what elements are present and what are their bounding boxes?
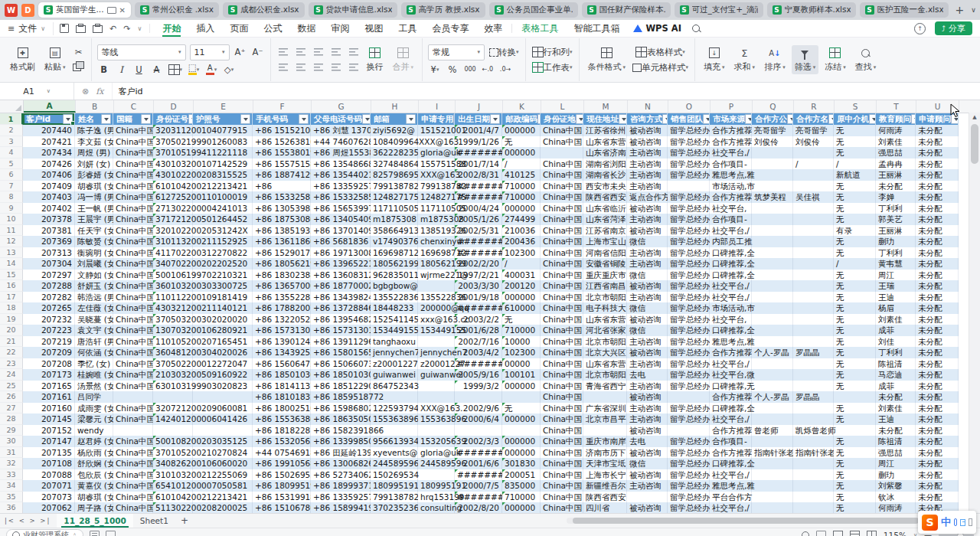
- row-header-25[interactable]: 25: [0, 381, 23, 392]
- conditional-format-button[interactable]: 条件格式▾: [585, 45, 629, 74]
- cell[interactable]: [193, 302, 253, 314]
- cell[interactable]: +86 17882007: [253, 302, 311, 314]
- cell[interactable]: guiwanwei: [418, 369, 455, 381]
- cell[interactable]: 舒妍玉 (女: [75, 280, 113, 292]
- cell[interactable]: 蒯玏: [876, 236, 916, 247]
- cell[interactable]: China中国: [113, 191, 153, 203]
- cell[interactable]: 山东省菏泽: [583, 214, 627, 225]
- row-header-8[interactable]: 8: [0, 191, 23, 203]
- cell[interactable]: 被动咨询: [627, 469, 668, 481]
- cell[interactable]: +86 18101832: [253, 391, 311, 403]
- filter-dropdown-button[interactable]: [299, 114, 309, 124]
- cell[interactable]: 244589596: [418, 458, 455, 469]
- cell[interactable]: +86 1598680231: [311, 403, 371, 414]
- cell[interactable]: [752, 203, 793, 214]
- cell[interactable]: [793, 302, 834, 314]
- cell[interactable]: 吴晓蔓 (女: [75, 314, 113, 325]
- cell[interactable]: [193, 469, 253, 481]
- menu-item-工具[interactable]: 工具: [390, 20, 424, 37]
- cell[interactable]: #########: [455, 358, 502, 370]
- cell[interactable]: 被动咨询: [627, 391, 668, 403]
- cell[interactable]: 陈子逸 (男: [75, 125, 113, 136]
- cell[interactable]: 江苏省徐州: [583, 125, 627, 136]
- decrease-font-button[interactable]: A⁻: [251, 46, 265, 58]
- filter-dropdown-button[interactable]: [619, 114, 627, 124]
- file-menu[interactable]: ≡ 文件 ∨: [8, 22, 54, 35]
- cell[interactable]: /: [793, 159, 834, 170]
- cell[interactable]: 主动咨询: [627, 480, 668, 492]
- document-tab[interactable]: S医护五险一金.xlsx: [860, 2, 949, 18]
- cell[interactable]: 新疆维吾尔: [583, 480, 627, 492]
- cell[interactable]: 未分配: [916, 214, 959, 225]
- cell[interactable]: 雅思考点,雅: [710, 480, 752, 492]
- align-left-icon[interactable]: [276, 61, 290, 74]
- cell[interactable]: 无: [834, 369, 876, 381]
- cell[interactable]: 155363896: [371, 413, 418, 425]
- cell[interactable]: 430103200107142529: [153, 159, 193, 170]
- cell[interactable]: 244589596: [371, 458, 418, 469]
- cell[interactable]: 610104200212213421: [153, 181, 193, 192]
- cell[interactable]: 200436: [502, 236, 541, 247]
- document-tab[interactable]: S宁夏教师样本.xlsx: [767, 2, 856, 18]
- document-tab[interactable]: S英国留学生...✕: [38, 2, 131, 18]
- cell[interactable]: +86 刘慧 137052: [311, 125, 371, 136]
- cell[interactable]: 筑梦美程: [752, 191, 793, 203]
- cell[interactable]: [193, 325, 253, 336]
- cell[interactable]: 主动咨询: [627, 214, 668, 225]
- cell[interactable]: jennychen7: [371, 347, 418, 358]
- document-tab[interactable]: S国任财产保险样本.x: [582, 2, 671, 18]
- field-header-申请专用[interactable]: 申请专用: [418, 113, 455, 125]
- column-header-J[interactable]: J: [456, 100, 503, 113]
- cell[interactable]: 180995191: [418, 480, 455, 492]
- cell[interactable]: 罗晶晶: [793, 347, 834, 358]
- cell[interactable]: 内部员工推: [710, 236, 752, 247]
- cell[interactable]: +86 周煜155380: [311, 147, 371, 159]
- cell[interactable]: 主动咨询: [627, 169, 668, 181]
- cell[interactable]: 胡睿琪 (女: [75, 181, 113, 192]
- field-header-邮箱[interactable]: 邮箱: [371, 113, 418, 125]
- cell[interactable]: China中国: [113, 403, 153, 414]
- cell[interactable]: 153205639: [418, 436, 455, 447]
- cell[interactable]: 王迪: [876, 413, 916, 425]
- row-header-31[interactable]: 31: [0, 447, 23, 459]
- cell[interactable]: 重庆重庆市: [583, 270, 627, 281]
- zoom-chevron-icon[interactable]: ∨: [913, 532, 917, 536]
- cell[interactable]: 155363896: [418, 413, 455, 425]
- column-header-G[interactable]: G: [312, 100, 371, 113]
- cell[interactable]: China中国: [113, 381, 153, 392]
- cell[interactable]: [834, 425, 876, 436]
- cell[interactable]: xxx@163.cc: [418, 314, 455, 325]
- cell[interactable]: 310103200212255069: [153, 469, 193, 481]
- cell[interactable]: [752, 159, 793, 170]
- quick-access-chevron-icon[interactable]: ∨: [138, 25, 142, 32]
- cell[interactable]: 成菲: [876, 381, 916, 392]
- cell[interactable]: 留学总经办: [668, 159, 710, 170]
- cell[interactable]: 2002/9/6: [455, 403, 502, 414]
- cell[interactable]: 无: [834, 191, 876, 203]
- cell[interactable]: China中国: [113, 436, 153, 447]
- cell[interactable]: 207402: [23, 203, 75, 214]
- cell[interactable]: 留学总经办: [668, 325, 710, 336]
- cell[interactable]: [793, 502, 834, 513]
- cell[interactable]: 152541145: [371, 314, 418, 325]
- cell[interactable]: 丁利利: [876, 247, 916, 259]
- page-layout-icon[interactable]: [850, 531, 860, 536]
- name-box[interactable]: A1 ∨: [0, 83, 74, 100]
- cell[interactable]: #########: [455, 191, 502, 203]
- cell[interactable]: [752, 502, 793, 513]
- font-size-select[interactable]: 11▾: [190, 44, 230, 60]
- cell[interactable]: +86 18056219: [253, 258, 311, 270]
- cell[interactable]: 2001/4/7: [455, 125, 502, 136]
- share-button[interactable]: ⤴ 分享: [935, 21, 972, 35]
- docer-logo[interactable]: D: [21, 4, 34, 17]
- cell[interactable]: 口碑推荐,全: [710, 403, 752, 414]
- cell[interactable]: 合作方推荐: [710, 347, 752, 358]
- cell[interactable]: 刘素佳: [876, 403, 916, 414]
- row-header-12[interactable]: 12: [0, 236, 23, 247]
- cell[interactable]: 北京市朝阳: [583, 369, 627, 381]
- cell[interactable]: 周江: [876, 270, 916, 281]
- cell[interactable]: 口碑推荐,全: [710, 247, 752, 259]
- row-header-35[interactable]: 35: [0, 492, 23, 503]
- cell[interactable]: [193, 458, 253, 469]
- filter-dropdown-button[interactable]: [101, 114, 111, 124]
